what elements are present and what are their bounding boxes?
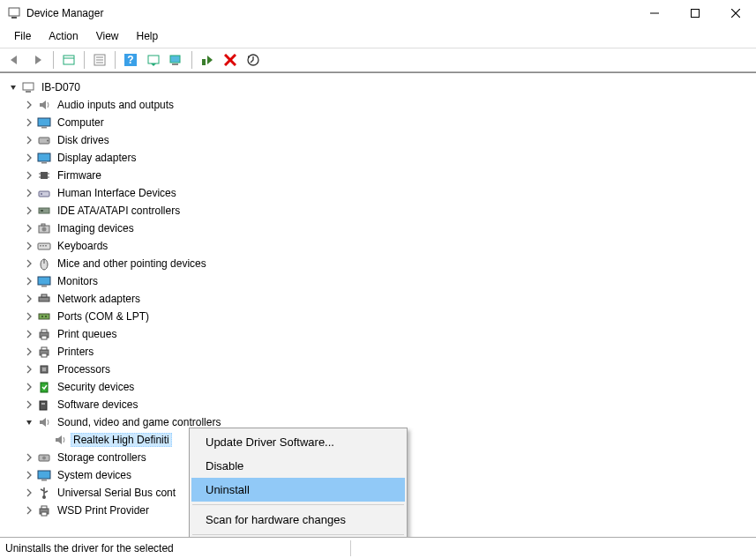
chevron-down-icon[interactable]	[23, 416, 35, 428]
svg-rect-15	[170, 56, 180, 63]
chevron-right-icon[interactable]	[23, 487, 35, 499]
svg-rect-42	[40, 245, 41, 247]
chevron-right-icon[interactable]	[23, 275, 35, 287]
svg-rect-0	[9, 8, 19, 16]
chevron-right-icon[interactable]	[23, 187, 35, 199]
svg-rect-55	[41, 330, 47, 332]
tree-node-label: Human Interface Devices	[55, 186, 179, 200]
svg-rect-59	[41, 353, 47, 357]
svg-rect-34	[39, 191, 49, 197]
tree-node[interactable]: Display adapters	[4, 149, 752, 167]
tree-node[interactable]: Print queues	[4, 325, 752, 343]
window-controls	[634, 0, 756, 26]
tree-node[interactable]: IDE ATA/ATAPI controllers	[4, 202, 752, 219]
chevron-right-icon[interactable]	[23, 240, 35, 252]
chevron-right-icon[interactable]	[23, 310, 35, 323]
chevron-right-icon[interactable]	[23, 504, 35, 517]
chevron-right-icon[interactable]	[23, 398, 35, 411]
chevron-right-icon[interactable]	[23, 116, 35, 129]
tree-node[interactable]: Imaging devices	[4, 219, 752, 237]
chevron-right-icon[interactable]	[23, 469, 35, 481]
scan-hardware-toolbar-button[interactable]	[144, 50, 163, 70]
context-update-driver[interactable]: Update Driver Software...	[191, 430, 405, 454]
menu-view[interactable]: View	[87, 28, 128, 44]
tree-node[interactable]: Human Interface Devices	[4, 184, 752, 202]
tree-node[interactable]: Computer	[4, 114, 752, 131]
window-title: Device Manager	[26, 7, 634, 19]
tree-node[interactable]: Processors	[4, 361, 752, 378]
tree-node-label: Network adapters	[55, 292, 143, 306]
tree-node[interactable]: Firmware	[4, 167, 752, 184]
tree-node-label: Disk drives	[55, 133, 112, 147]
chevron-right-icon[interactable]	[23, 134, 35, 146]
maximize-button[interactable]	[675, 0, 715, 26]
tree-node[interactable]: Mice and other pointing devices	[4, 255, 752, 272]
chevron-down-icon[interactable]	[7, 81, 19, 93]
forward-button[interactable]	[28, 50, 48, 70]
svg-rect-58	[41, 347, 47, 350]
chevron-right-icon[interactable]	[23, 222, 35, 234]
tree-node[interactable]: Software devices	[4, 396, 752, 413]
svg-rect-48	[41, 286, 47, 287]
chevron-right-icon[interactable]	[23, 293, 35, 305]
tree-node[interactable]: Disk drives	[4, 131, 752, 149]
back-button[interactable]	[5, 50, 25, 70]
tree-node[interactable]: Audio inputs and outputs	[4, 96, 752, 114]
scan-changes-toolbar-button[interactable]	[243, 50, 263, 70]
printer-icon	[37, 345, 51, 359]
tree-node[interactable]: Security devices	[4, 378, 752, 396]
device-tree[interactable]: IB-D070Audio inputs and outputsComputerD…	[0, 72, 756, 537]
chevron-right-icon[interactable]	[23, 346, 35, 358]
help-toolbar-button[interactable]: ?	[121, 50, 140, 70]
tree-node[interactable]: IB-D070	[4, 78, 752, 96]
tree-node-label: Firmware	[55, 168, 104, 182]
tree-node[interactable]: Keyboards	[4, 237, 752, 255]
svg-rect-47	[38, 277, 50, 285]
svg-rect-24	[41, 127, 47, 129]
cpu-icon	[37, 362, 51, 376]
chevron-right-icon[interactable]	[23, 451, 35, 464]
update-driver-toolbar-button[interactable]	[167, 50, 186, 70]
computer-icon	[21, 80, 35, 94]
context-uninstall[interactable]: Uninstall	[191, 478, 405, 502]
port-icon	[37, 309, 51, 324]
svg-rect-1	[11, 17, 17, 19]
tree-node[interactable]: Ports (COM & LPT)	[4, 308, 752, 325]
svg-rect-36	[39, 208, 49, 213]
chevron-right-icon[interactable]	[23, 205, 35, 217]
tree-node-label: System devices	[55, 468, 134, 482]
svg-rect-14	[148, 56, 159, 63]
chevron-right-icon[interactable]	[23, 257, 35, 270]
toolbar-separator	[84, 51, 85, 69]
menu-action[interactable]: Action	[40, 28, 86, 44]
chevron-right-icon[interactable]	[23, 99, 35, 111]
context-disable[interactable]: Disable	[191, 454, 405, 478]
properties-toolbar-button[interactable]	[90, 50, 109, 70]
svg-rect-68	[41, 480, 47, 481]
svg-rect-51	[39, 314, 49, 319]
tree-node[interactable]: Network adapters	[4, 290, 752, 308]
hid-icon	[37, 186, 51, 200]
svg-rect-64	[41, 403, 45, 405]
chevron-right-icon[interactable]	[23, 328, 35, 340]
close-button[interactable]	[715, 0, 756, 26]
menu-help[interactable]: Help	[128, 28, 168, 44]
chevron-right-icon[interactable]	[23, 152, 35, 164]
chevron-right-icon[interactable]	[23, 363, 35, 376]
minimize-button[interactable]	[634, 0, 675, 26]
svg-point-39	[42, 227, 47, 232]
context-scan-hardware[interactable]: Scan for hardware changes	[191, 508, 405, 532]
uninstall-toolbar-button[interactable]	[221, 50, 240, 70]
tree-node-label: Audio inputs and outputs	[55, 98, 176, 112]
context-menu: Update Driver Software... Disable Uninst…	[189, 428, 408, 537]
tree-node[interactable]: Monitors	[4, 272, 752, 290]
menu-file[interactable]: File	[5, 28, 40, 44]
svg-rect-3	[692, 10, 700, 18]
svg-rect-67	[38, 471, 50, 479]
chevron-right-icon[interactable]	[23, 169, 35, 182]
tree-node[interactable]: Printers	[4, 343, 752, 361]
enable-toolbar-button[interactable]	[198, 50, 217, 70]
svg-rect-21	[23, 83, 34, 90]
chevron-right-icon[interactable]	[23, 381, 35, 393]
show-hidden-button[interactable]	[59, 50, 79, 70]
